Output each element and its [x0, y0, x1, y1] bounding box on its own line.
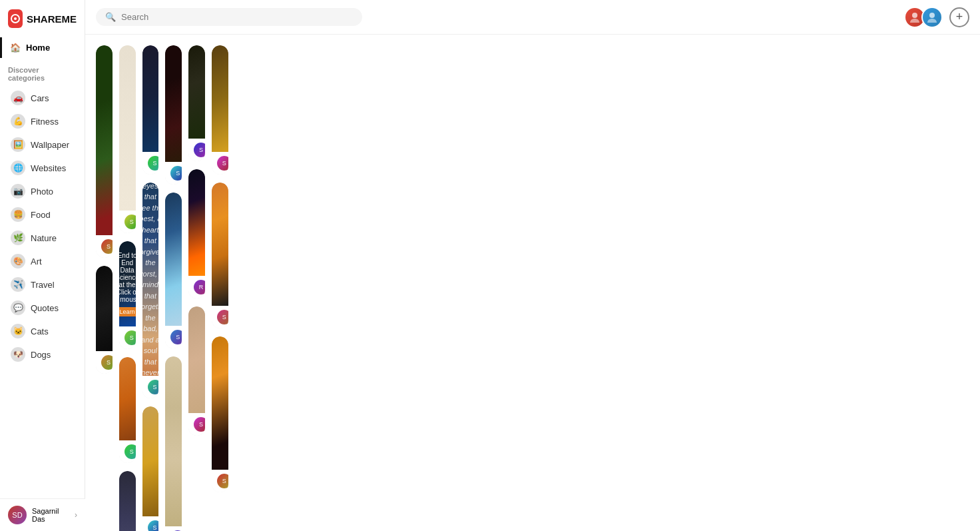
pin-card[interactable]: SSagarnil Das [119, 471, 136, 531]
pin-card[interactable]: SSagarnil Das [188, 306, 205, 436]
category-icon-food: 🍔 [11, 207, 25, 222]
category-icon-quotes: 💬 [11, 300, 25, 315]
category-label-cats: Cats [31, 326, 49, 336]
pin-card[interactable]: SSagarnil Das [142, 45, 159, 175]
avatar-2 [921, 7, 943, 28]
home-icon: 🏠 [10, 43, 21, 53]
pin-card[interactable]: End to End Data Scienceat the Click of a… [119, 241, 136, 349]
header-right: + [904, 7, 969, 28]
category-icon-nature: 🌿 [11, 231, 25, 245]
pin-card[interactable]: SSagarnil Das [96, 266, 113, 374]
pin-card[interactable]: SSagarnil Das [165, 193, 182, 348]
pins-grid: SSagarnil DasSSagarnil DasSSagarnil DasE… [96, 45, 969, 531]
category-label-travel: Travel [31, 280, 55, 290]
sidebar-item-food[interactable]: 🍔 Food [3, 203, 82, 226]
main-area: 🔍 + SSagarnil DasSSagarnil DasSSagarnil … [85, 0, 980, 531]
svg-point-1 [14, 17, 17, 20]
sidebar-item-travel[interactable]: ✈️ Travel [3, 273, 82, 296]
sidebar: SHAREME 🏠 Home Discover categories 🚗 Car… [0, 0, 85, 531]
avatar-group [904, 7, 943, 28]
column-5: SSagarnil DasSSagarnil DasSSagarnil Das [212, 45, 228, 500]
search-icon: 🔍 [105, 12, 116, 22]
header: 🔍 + [85, 0, 980, 35]
category-label-wallpaper: Wallpaper [31, 140, 69, 150]
pin-card[interactable]: SSagarnil Das [142, 406, 159, 531]
sidebar-item-photo[interactable]: 📷 Photo [3, 180, 82, 203]
category-icon-fitness: 💪 [11, 114, 25, 129]
category-icon-wallpaper: 🖼️ [11, 137, 25, 152]
category-icon-cats: 🐱 [11, 324, 25, 338]
sidebar-item-dogs[interactable]: 🐶 Dogs [3, 343, 82, 366]
home-label: Home [26, 43, 50, 53]
sidebar-item-art[interactable]: 🎨 Art [3, 250, 82, 272]
category-icon-travel: ✈️ [11, 277, 25, 292]
pin-card[interactable]: RRebecca Das [188, 169, 205, 298]
sidebar-item-nature[interactable]: 🌿 Nature [3, 227, 82, 249]
category-icon-cars: 🚗 [11, 91, 25, 105]
sidebar-item-wallpaper[interactable]: 🖼️ Wallpaper [3, 133, 82, 156]
sidebar-home[interactable]: 🏠 Home [0, 37, 85, 58]
sidebar-item-fitness[interactable]: 💪 Fitness [3, 110, 82, 133]
svg-point-2 [912, 13, 917, 18]
pin-card[interactable]: SSagarnil Das [212, 45, 228, 175]
category-icon-photo: 📷 [11, 184, 25, 199]
svg-point-3 [929, 13, 935, 18]
user-name: Sagarnil Das [32, 507, 69, 523]
search-input[interactable] [121, 12, 353, 22]
sidebar-item-quotes[interactable]: 💬 Quotes [3, 296, 82, 319]
sidebar-item-websites[interactable]: 🌐 Websites [3, 157, 82, 179]
category-label-nature: Nature [31, 233, 57, 243]
pin-card[interactable]: SSagarnil Das [212, 183, 228, 328]
pin-card[interactable]: SSagarnil Das [165, 356, 182, 531]
category-label-photo: Photo [31, 187, 53, 197]
add-button[interactable]: + [949, 7, 969, 27]
discover-title: Discover categories [0, 58, 85, 86]
pin-card[interactable]: SSagarnil Das [96, 45, 113, 258]
category-label-cars: Cars [31, 93, 49, 103]
category-icon-dogs: 🐶 [11, 347, 25, 362]
category-label-dogs: Dogs [31, 350, 51, 360]
chevron-icon: › [75, 510, 77, 520]
sidebar-user[interactable]: SD Sagarnil Das › [0, 498, 85, 531]
app-name: SHAREME [27, 13, 77, 25]
column-0: SSagarnil DasSSagarnil Das [96, 45, 113, 382]
column-2: SSagarnil DasAlways have eyes that see t… [142, 45, 159, 531]
pin-card[interactable]: SSagarnil Das [188, 45, 205, 161]
pin-card[interactable]: SSagarnil Das [165, 45, 182, 185]
content-area: SSagarnil DasSSagarnil DasSSagarnil DasE… [85, 35, 980, 531]
category-icon-art: 🎨 [11, 254, 25, 268]
pin-card[interactable]: SSagarnil Das [119, 357, 136, 463]
pin-card[interactable]: SSagarnil Das [212, 336, 228, 492]
category-label-art: Art [31, 257, 42, 266]
column-1: SSagarnil DasEnd to End Data Scienceat t… [119, 45, 136, 531]
category-icon-websites: 🌐 [11, 161, 25, 175]
category-label-fitness: Fitness [31, 117, 59, 127]
pin-card[interactable]: SSagarnil Das [119, 45, 136, 233]
category-label-websites: Websites [31, 163, 66, 173]
category-label-food: Food [31, 210, 51, 220]
user-avatar: SD [8, 506, 27, 524]
logo-icon [8, 9, 23, 28]
search-box[interactable]: 🔍 [96, 8, 362, 26]
category-label-quotes: Quotes [31, 303, 59, 313]
sidebar-items: 🚗 Cars 💪 Fitness 🖼️ Wallpaper 🌐 Websites… [0, 86, 85, 366]
column-4: SSagarnil DasRRebecca DasSSagarnil Das [188, 45, 205, 444]
sidebar-item-cars[interactable]: 🚗 Cars [3, 87, 82, 109]
column-3: SSagarnil DasSSagarnil DasSSagarnil DasS… [165, 45, 182, 531]
pin-card[interactable]: Always have eyes that see the best, a he… [142, 183, 159, 398]
sidebar-item-cats[interactable]: 🐱 Cats [3, 320, 82, 342]
app-logo: SHAREME [0, 0, 85, 37]
